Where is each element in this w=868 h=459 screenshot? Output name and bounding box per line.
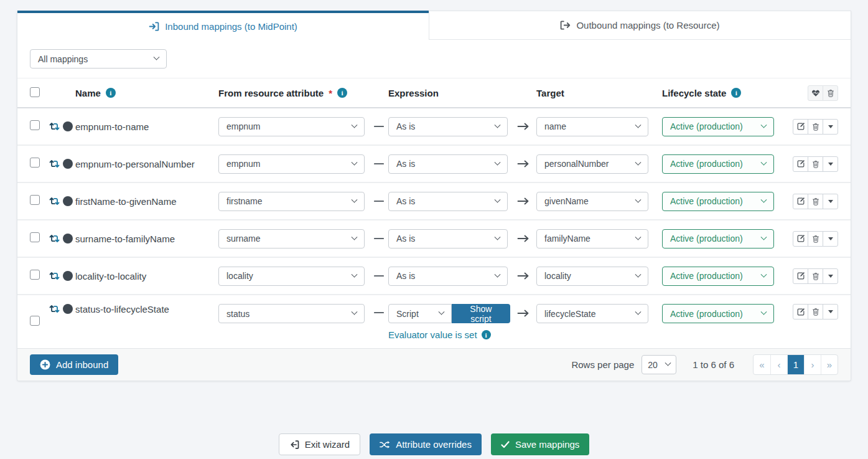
expression-select[interactable]: As is: [388, 267, 508, 286]
tab-outbound-mappings[interactable]: Outbound mappings (to Resource): [429, 11, 851, 40]
pagination-prev[interactable]: ‹: [770, 355, 787, 374]
from-attribute-select[interactable]: empnum: [218, 154, 365, 174]
table-row: surname-to-familyName surname As is fami…: [17, 220, 851, 258]
show-script-button[interactable]: Show script: [452, 304, 510, 323]
arrow-right-icon: [517, 234, 530, 244]
select-all-checkbox[interactable]: [30, 87, 40, 97]
trash-icon: [812, 197, 819, 206]
lifecycle-state-select[interactable]: Active (production): [662, 192, 774, 211]
row-menu-button[interactable]: [823, 268, 838, 284]
from-attribute-select[interactable]: empnum: [218, 117, 365, 136]
chevron-down-icon: [761, 234, 767, 240]
row-checkbox[interactable]: [30, 158, 40, 168]
sign-out-icon: [560, 20, 571, 31]
shuffle-icon: [380, 440, 390, 449]
delete-row-button[interactable]: [808, 156, 823, 172]
target-select[interactable]: name: [536, 117, 648, 136]
mapping-retweet-icon: [47, 234, 62, 244]
chevron-down-icon: [761, 121, 767, 128]
attribute-overrides-button[interactable]: Attribute overrides: [370, 433, 482, 455]
filter-bar: All mappings: [17, 40, 851, 78]
mapping-name: surname-to-familyName: [75, 234, 218, 244]
from-attribute-select[interactable]: firstname: [218, 192, 365, 211]
expression-select[interactable]: As is: [388, 192, 508, 211]
caret-down-icon: [828, 237, 833, 240]
edit-row-button[interactable]: [793, 268, 808, 284]
wizard-tabs: Inbound mappings (to MidPoint) Outbound …: [17, 11, 851, 40]
pagination-last[interactable]: »: [821, 355, 838, 374]
tab-inbound-mappings[interactable]: Inbound mappings (to MidPoint): [17, 11, 429, 40]
row-checkbox[interactable]: [30, 195, 40, 205]
target-select[interactable]: familyName: [536, 229, 648, 248]
exit-arrow-icon: [289, 440, 299, 450]
trash-icon: [812, 160, 819, 168]
delete-row-button[interactable]: [808, 268, 823, 284]
caret-down-icon: [828, 125, 833, 128]
lifecycle-state-select[interactable]: Active (production): [662, 117, 774, 136]
info-icon[interactable]: i: [482, 330, 491, 339]
edit-icon: [796, 234, 805, 243]
expression-select[interactable]: As is: [388, 117, 508, 136]
target-select[interactable]: givenName: [536, 192, 648, 211]
row-menu-button[interactable]: [823, 194, 838, 209]
row-menu-button[interactable]: [823, 156, 838, 172]
mapping-status-dot: [63, 159, 73, 169]
edit-row-button[interactable]: [793, 156, 808, 172]
delete-row-button[interactable]: [808, 231, 823, 247]
expression-select[interactable]: As is: [388, 229, 508, 248]
edit-row-button[interactable]: [793, 231, 808, 247]
lifecycle-state-select[interactable]: Active (production): [662, 154, 774, 174]
row-menu-button[interactable]: [823, 231, 838, 247]
delete-all-button[interactable]: [823, 85, 838, 101]
expression-select[interactable]: Script: [388, 304, 452, 323]
trash-icon: [812, 308, 819, 316]
table-header: Name i From resource attribute * i Expre…: [17, 78, 851, 108]
dash-icon: [374, 275, 384, 277]
mappings-filter-select[interactable]: All mappings: [30, 49, 167, 69]
pagination-next[interactable]: ›: [804, 355, 821, 374]
edit-row-button[interactable]: [793, 304, 808, 319]
target-select[interactable]: locality: [536, 267, 648, 286]
mapping-name: empnum-to-name: [75, 121, 218, 132]
exit-wizard-button[interactable]: Exit wizard: [279, 433, 361, 455]
from-attribute-select[interactable]: status: [218, 304, 365, 323]
mapping-retweet-icon: [47, 121, 62, 131]
info-icon[interactable]: i: [106, 88, 116, 98]
rows-per-page-select[interactable]: 20: [642, 355, 676, 374]
target-select[interactable]: personalNumber: [536, 154, 648, 174]
delete-row-button[interactable]: [808, 119, 823, 135]
row-checkbox[interactable]: [30, 270, 40, 280]
row-checkbox[interactable]: [30, 232, 40, 242]
delete-row-button[interactable]: [808, 194, 823, 209]
mappings-filter-value: All mappings: [38, 54, 88, 64]
edit-row-button[interactable]: [793, 119, 808, 135]
dash-icon: [374, 237, 384, 240]
row-checkbox[interactable]: [30, 316, 40, 326]
dash-icon: [374, 311, 384, 314]
mapping-status-dot: [63, 234, 73, 244]
info-icon[interactable]: i: [337, 88, 347, 98]
expression-select[interactable]: As is: [388, 154, 508, 174]
lifecycle-state-select[interactable]: Active (production): [662, 229, 774, 248]
pagination-first[interactable]: «: [754, 355, 770, 374]
chevron-down-icon: [761, 196, 767, 202]
row-checkbox[interactable]: [30, 120, 40, 130]
save-mappings-button[interactable]: Save mappings: [491, 433, 589, 455]
row-menu-button[interactable]: [823, 119, 838, 135]
row-count-label: 1 to 6 of 6: [693, 359, 734, 370]
info-icon[interactable]: i: [731, 88, 741, 98]
edit-row-button[interactable]: [793, 194, 808, 209]
chevron-down-icon: [495, 196, 501, 202]
chevron-down-icon: [352, 159, 358, 165]
target-select[interactable]: lifecycleState: [536, 304, 648, 323]
lifecycle-state-select[interactable]: Active (production): [662, 304, 774, 323]
heart-pulse-button[interactable]: [808, 85, 823, 101]
delete-row-button[interactable]: [808, 304, 823, 319]
from-attribute-select[interactable]: locality: [218, 267, 365, 286]
row-menu-button[interactable]: [823, 304, 838, 319]
lifecycle-state-select[interactable]: Active (production): [662, 267, 774, 286]
pagination-page-1[interactable]: 1: [787, 355, 804, 374]
edit-icon: [796, 159, 805, 168]
add-inbound-button[interactable]: Add inbound: [30, 354, 118, 375]
from-attribute-select[interactable]: surname: [218, 229, 365, 248]
